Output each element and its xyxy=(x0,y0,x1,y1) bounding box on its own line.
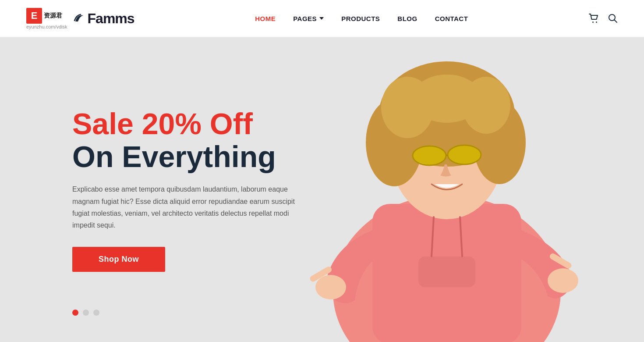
logo-badge-box: E 资源君 eyunzhu.com/vdisk xyxy=(26,8,67,29)
svg-point-0 xyxy=(592,21,594,23)
nav-blog[interactable]: BLOG xyxy=(397,15,417,22)
dot-3[interactable] xyxy=(93,310,99,316)
search-icon[interactable] xyxy=(608,14,618,23)
hero-image xyxy=(250,37,644,342)
svg-rect-23 xyxy=(418,256,475,287)
hero-title-sub: On Everything xyxy=(72,140,296,173)
hero-description: Explicabo esse amet tempora quibusdam la… xyxy=(72,183,296,231)
nav-home[interactable]: HOME xyxy=(255,15,276,22)
dot-1[interactable] xyxy=(72,310,78,316)
logo-cn-text: 资源君 xyxy=(44,12,62,20)
nav-icons xyxy=(589,14,618,23)
nav-pages[interactable]: PAGES xyxy=(293,15,324,22)
svg-point-11 xyxy=(412,75,482,123)
cart-icon[interactable] xyxy=(589,14,599,23)
shop-now-button[interactable]: Shop Now xyxy=(72,247,165,272)
logo-e-letter: E xyxy=(26,8,42,24)
header: E 资源君 eyunzhu.com/vdisk Famms HOME PAGES… xyxy=(0,0,644,37)
hero-section: Sale 20% Off On Everything Explicabo ess… xyxy=(0,37,644,342)
nav-contact[interactable]: CONTACT xyxy=(435,15,468,22)
logo-area: E 资源君 eyunzhu.com/vdisk Famms xyxy=(26,8,134,29)
hero-woman-figure xyxy=(267,37,626,342)
logo-swoosh-icon xyxy=(72,12,85,25)
hero-dots xyxy=(72,310,99,316)
logo-e-badge: E 资源君 xyxy=(26,8,62,24)
dot-2[interactable] xyxy=(83,310,89,316)
logo-brand-name: Famms xyxy=(88,11,134,27)
main-nav: HOME PAGES PRODUCTS BLOG CONTACT xyxy=(255,15,468,22)
svg-point-1 xyxy=(596,21,597,23)
chevron-down-icon xyxy=(319,17,324,20)
nav-products[interactable]: PRODUCTS xyxy=(341,15,380,22)
svg-point-19 xyxy=(315,275,346,299)
svg-point-21 xyxy=(548,268,578,293)
hero-content: Sale 20% Off On Everything Explicabo ess… xyxy=(0,107,296,272)
hero-title-sale: Sale 20% Off xyxy=(72,107,296,140)
logo-sub-text: eyunzhu.com/vdisk xyxy=(26,24,67,29)
logo-brand: Famms xyxy=(72,11,134,27)
